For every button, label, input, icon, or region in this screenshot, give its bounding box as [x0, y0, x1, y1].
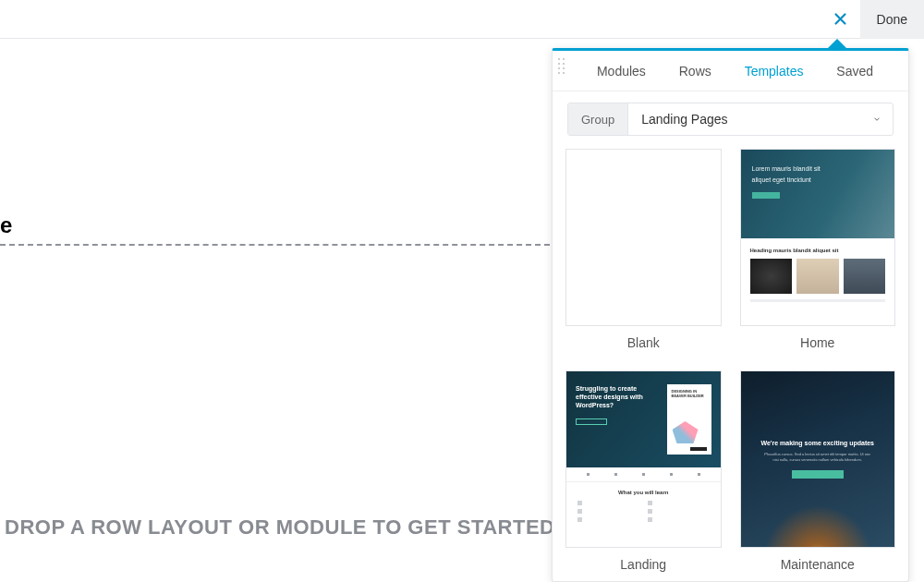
template-label: Landing — [565, 557, 722, 572]
template-card-maintenance[interactable]: We're making some exciting updates Phase… — [740, 370, 896, 572]
template-filter: Group Landing Pages — [567, 103, 894, 136]
thumb-text: Heading mauris blandit aliquet sit — [741, 238, 895, 259]
template-thumb-home: Lorem mauris blandit sit aliquet eget ti… — [740, 149, 896, 326]
thumb-text: What you will learn — [566, 482, 721, 501]
template-thumb-landing: Struggling to create effective designs w… — [565, 370, 722, 548]
template-thumb-blank — [565, 149, 722, 326]
tab-templates[interactable]: Templates — [745, 64, 804, 79]
tab-saved[interactable]: Saved — [836, 64, 873, 79]
thumb-text: aliquet eget tincidunt — [752, 176, 884, 185]
template-label: Blank — [565, 335, 722, 350]
template-label: Maintenance — [740, 557, 896, 572]
template-card-landing[interactable]: Struggling to create effective designs w… — [565, 370, 722, 572]
thumb-text: DESIGNING IN BEAVER BUILDER — [672, 389, 707, 398]
template-thumb-maintenance: We're making some exciting updates Phase… — [740, 370, 896, 548]
close-icon[interactable] — [821, 0, 860, 39]
template-list[interactable]: Blank Lorem mauris blandit sit aliquet e… — [553, 143, 908, 581]
truncated-text-fragment: e — [0, 212, 12, 238]
template-label: Home — [740, 335, 896, 350]
drag-handle-icon[interactable] — [558, 58, 565, 74]
thumb-text: Struggling to create effective designs w… — [576, 384, 658, 409]
drop-divider — [0, 244, 550, 246]
filter-group-select[interactable]: Landing Pages — [628, 103, 893, 135]
thumb-text: Lorem mauris blandit sit — [752, 164, 884, 174]
drop-instruction-text: DROP A ROW LAYOUT OR MODULE TO GET START… — [5, 515, 562, 540]
thumb-text: Phasellus cursus. Sed a lectus sit amet … — [762, 452, 873, 462]
tab-rows[interactable]: Rows — [679, 64, 711, 79]
template-card-home[interactable]: Lorem mauris blandit sit aliquet eget ti… — [740, 149, 896, 350]
tab-modules[interactable]: Modules — [597, 64, 646, 79]
thumb-text: We're making some exciting updates — [760, 440, 874, 446]
topbar: Done — [0, 0, 924, 39]
filter-group-label: Group — [568, 103, 628, 135]
done-button[interactable]: Done — [860, 0, 924, 39]
content-panel: Modules Rows Templates Saved Group Landi… — [552, 48, 909, 582]
panel-tabs: Modules Rows Templates Saved — [553, 51, 908, 91]
template-card-blank[interactable]: Blank — [565, 149, 722, 350]
